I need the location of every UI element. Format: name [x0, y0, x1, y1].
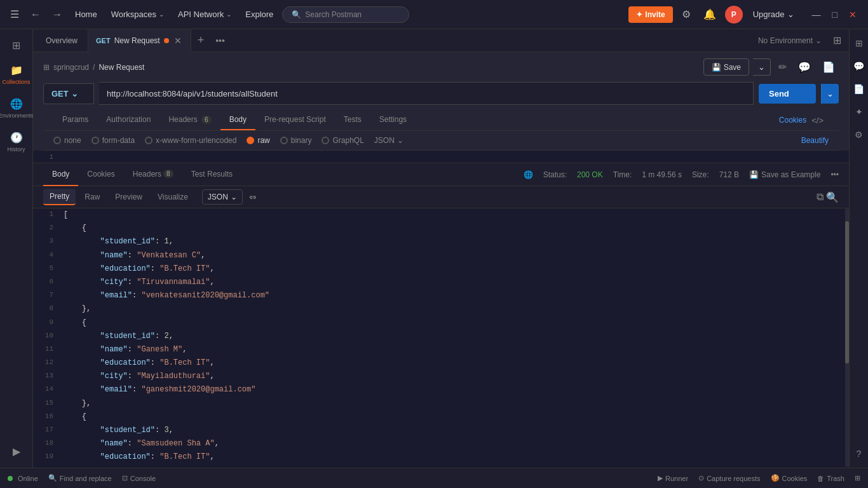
word-wrap-button[interactable]: ⇔ — [245, 189, 261, 205]
table-row: 4 "name": "Venkatesan C", — [33, 249, 849, 262]
sidebar-item-history[interactable]: 🕐 History — [0, 126, 32, 158]
search-placeholder: Search Postman — [305, 10, 362, 19]
comment-button[interactable]: 💬 — [794, 58, 815, 76]
tab-pre-request[interactable]: Pre-request Script — [255, 110, 335, 130]
breadcrumb-actions: 💾 Save ⌄ ✏ 💬 📄 — [703, 58, 839, 76]
radio-form-data — [92, 137, 99, 144]
sidebar-item-new[interactable]: ⊞ — [0, 34, 32, 57]
line-content: "education": "B.Tech IT", — [58, 356, 849, 370]
body-opt-graphql[interactable]: GraphQL — [322, 136, 363, 145]
tab-params[interactable]: Params — [53, 110, 97, 130]
grid-status-button[interactable]: ⊞ — [855, 474, 860, 482]
url-input[interactable] — [99, 82, 754, 105]
scrollbar-thumb[interactable] — [845, 221, 849, 363]
active-tab[interactable]: GET New Request ✕ — [88, 29, 191, 52]
online-status[interactable]: Online — [8, 475, 38, 482]
console-button[interactable]: ⊡ Console — [122, 474, 156, 482]
save-example-button[interactable]: 💾 Save as Example — [749, 170, 820, 179]
doc-button[interactable]: 📄 — [818, 58, 839, 76]
method-selector[interactable]: GET ⌄ — [43, 83, 94, 104]
environment-selector[interactable]: No Environment ⌄ — [752, 36, 828, 45]
resp-tab-body[interactable]: Body — [43, 163, 78, 186]
minimize-button[interactable]: — — [807, 7, 826, 22]
resp-format-visualize[interactable]: Visualize — [151, 189, 194, 205]
json-format-dropdown[interactable]: JSON ⌄ — [202, 189, 243, 205]
body-opt-none[interactable]: none — [53, 136, 81, 145]
upgrade-button[interactable]: Upgrade ⌄ — [748, 7, 799, 22]
close-button[interactable]: ✕ — [844, 7, 862, 22]
tab-body[interactable]: Body — [220, 110, 255, 130]
save-button[interactable]: 💾 Save — [703, 58, 749, 76]
search-bar[interactable]: 🔍 Search Postman — [282, 6, 409, 23]
cookies-icon: 🍪 — [771, 474, 780, 482]
back-button[interactable]: ← — [27, 6, 44, 23]
tab-tests[interactable]: Tests — [335, 110, 370, 130]
forward-button[interactable]: → — [48, 6, 66, 23]
right-panel-btn-3[interactable]: 📄 — [851, 80, 867, 98]
tab-settings[interactable]: Settings — [370, 110, 416, 130]
beautify-button[interactable]: Beautify — [801, 136, 829, 145]
sidebar-item-runner[interactable]: ▶ — [10, 440, 23, 463]
cookies-link[interactable]: Cookies — [779, 116, 806, 125]
capture-button[interactable]: ⊙ Capture requests — [698, 474, 760, 482]
resp-format-raw[interactable]: Raw — [78, 189, 106, 205]
search-response-button[interactable]: 🔍 — [826, 191, 839, 203]
tab-authorization[interactable]: Authorization — [97, 110, 159, 130]
hamburger-button[interactable]: ☰ — [6, 6, 23, 23]
workspaces-nav[interactable]: Workspaces ⌄ — [106, 7, 169, 22]
body-opt-form-data[interactable]: form-data — [92, 136, 135, 145]
right-panel-btn-4[interactable]: ✦ — [853, 103, 865, 121]
table-row: 19 "education": "B.Tech IT", — [33, 451, 849, 464]
invite-button[interactable]: ✦ Invite — [628, 6, 672, 23]
send-button[interactable]: Send — [759, 84, 816, 104]
table-row: 6 "city": "Tiruvannamalai", — [33, 276, 849, 289]
body-opt-urlencoded[interactable]: x-www-form-urlencoded — [145, 136, 236, 145]
right-panel-btn-6[interactable]: ? — [854, 445, 864, 463]
json-format-selector[interactable]: JSON ⌄ — [374, 136, 403, 145]
resp-format-preview[interactable]: Preview — [109, 189, 149, 205]
line-number: 10 — [33, 330, 58, 343]
more-tabs-button[interactable]: ••• — [210, 36, 230, 46]
resp-tab-headers[interactable]: Headers 8 — [124, 163, 182, 186]
layout-toggle-button[interactable]: ⊞ — [828, 34, 846, 46]
body-opt-binary[interactable]: binary — [280, 136, 312, 145]
right-panel-btn-5[interactable]: ⚙ — [852, 126, 865, 144]
radio-none — [53, 137, 61, 144]
maximize-button[interactable]: □ — [827, 7, 843, 22]
overview-tab[interactable]: Overview — [36, 29, 88, 52]
right-panel-btn-1[interactable]: ⊞ — [853, 34, 865, 52]
time-value: 1 m 49.56 s — [642, 170, 682, 179]
home-nav[interactable]: Home — [70, 7, 102, 22]
request-area: ⊞ springcrud / New Request 💾 Save ⌄ ✏ 💬 … — [33, 52, 849, 151]
notifications-button[interactable]: 🔔 — [700, 6, 720, 23]
body-opt-raw[interactable]: raw — [247, 136, 269, 145]
scrollbar-track[interactable] — [845, 208, 849, 467]
find-replace-button[interactable]: 🔍 Find and replace — [48, 474, 112, 482]
explore-nav[interactable]: Explore — [240, 7, 278, 22]
settings-button[interactable]: ⚙ — [678, 6, 695, 23]
code-snippet-button[interactable]: </> — [806, 111, 829, 130]
line-number: 8 — [33, 302, 58, 316]
api-network-nav[interactable]: API Network ⌄ — [173, 7, 236, 22]
resp-format-pretty[interactable]: Pretty — [43, 189, 76, 205]
trash-button[interactable]: 🗑 Trash — [817, 475, 844, 482]
send-dropdown-button[interactable]: ⌄ — [821, 84, 839, 104]
tab-headers[interactable]: Headers 6 — [159, 110, 220, 130]
copy-response-button[interactable]: ⧉ — [817, 191, 824, 203]
close-tab-button[interactable]: ✕ — [173, 34, 183, 47]
collection-link[interactable]: springcrud — [53, 63, 89, 72]
globe-icon[interactable]: 🌐 — [524, 170, 533, 179]
statusbar-cookies-button[interactable]: 🍪 Cookies — [771, 474, 808, 482]
edit-button[interactable]: ✏ — [775, 58, 790, 76]
resp-tab-test-results[interactable]: Test Results — [182, 163, 241, 186]
avatar[interactable]: P — [725, 6, 743, 24]
add-tab-button[interactable]: + — [191, 34, 211, 47]
resp-tab-cookies[interactable]: Cookies — [78, 163, 123, 186]
sidebar-item-environments[interactable]: 🌐 Environments — [0, 93, 32, 124]
runner-button[interactable]: ▶ Runner — [658, 474, 688, 482]
response-more-button[interactable]: ••• — [831, 170, 839, 179]
sidebar-item-collections[interactable]: 📁 Collections — [0, 59, 32, 90]
resp-headers-badge: 8 — [163, 170, 173, 178]
right-panel-btn-2[interactable]: 💬 — [851, 57, 867, 75]
save-dropdown-button[interactable]: ⌄ — [753, 58, 771, 76]
